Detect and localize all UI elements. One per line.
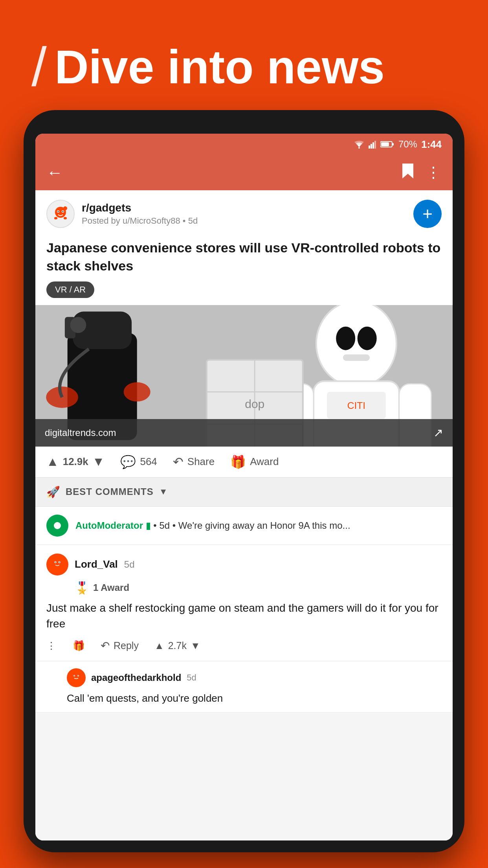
header-tagline: Dive into news: [55, 43, 385, 90]
comment-lord-val: Lord_Val 5d 🎖️ 1 Award Just make a shelf…: [35, 545, 453, 661]
wifi-icon: [354, 140, 365, 149]
automod-name: AutoModerator: [75, 520, 143, 531]
image-source: digitaltrends.com: [45, 427, 116, 438]
comment-gift-icon: 🎁: [73, 640, 85, 651]
post-tag-pill[interactable]: VR / AR: [46, 281, 94, 298]
bookmark-button[interactable]: [401, 163, 415, 183]
rocket-icon: 🚀: [46, 485, 60, 498]
svg-point-21: [70, 317, 86, 333]
comment-icon: 💬: [120, 454, 136, 469]
award-button[interactable]: 🎁 Award: [230, 454, 279, 469]
svg-point-24: [316, 305, 396, 386]
upvote-icon[interactable]: ▲: [46, 454, 59, 469]
svg-point-13: [62, 211, 64, 212]
reply-avatar: [67, 668, 86, 687]
automod-avatar-dot: [54, 522, 61, 529]
scroll-content[interactable]: r/gadgets Posted by u/MicroSofty88 • 5d …: [35, 190, 453, 840]
reply-user-row: apageofthedarkhold 5d: [67, 668, 442, 687]
sort-label: BEST COMMENTS: [66, 486, 154, 497]
automod-avatar: [46, 515, 68, 537]
upvote-section[interactable]: ▲ 12.9k ▼: [46, 454, 105, 469]
automod-separator2: •: [172, 520, 178, 531]
signal-icon: [369, 140, 376, 149]
reply-snoo: [70, 672, 82, 684]
svg-rect-7: [381, 142, 389, 146]
post-header: r/gadgets Posted by u/MicroSofty88 • 5d …: [35, 190, 453, 235]
automod-preview: We're giving away an Honor 9A this mo...: [178, 520, 350, 531]
comment-vote-section[interactable]: ▲ 2.7k ▼: [154, 640, 200, 651]
share-icon: ↶: [173, 454, 183, 469]
image-footer: digitaltrends.com ↗: [35, 419, 453, 447]
automod-comment-text: AutoModerator ▮ • 5d • We're giving away…: [75, 520, 442, 531]
svg-point-12: [58, 211, 59, 212]
svg-point-14: [63, 206, 67, 210]
svg-text:dop: dop: [245, 397, 264, 410]
downvote-icon[interactable]: ▼: [92, 454, 105, 469]
award-icon: 🎁: [230, 454, 246, 469]
reply-label: Reply: [114, 640, 139, 651]
svg-point-22: [46, 386, 78, 408]
battery-icon: [380, 141, 394, 148]
svg-rect-2: [371, 144, 372, 149]
comment-count: 564: [140, 456, 157, 468]
reply-time: 5d: [187, 673, 196, 683]
reply-button[interactable]: ↶ Reply: [101, 639, 139, 652]
svg-point-51: [78, 675, 79, 676]
svg-rect-15: [54, 217, 57, 219]
svg-rect-16: [64, 217, 67, 219]
more-options-button[interactable]: ⋮: [426, 164, 442, 181]
comment-vote-count: 2.7k: [168, 640, 187, 651]
automod-comment[interactable]: AutoModerator ▮ • 5d • We're giving away…: [35, 507, 453, 545]
subreddit-name[interactable]: r/gadgets: [82, 202, 198, 214]
subscribe-button[interactable]: +: [413, 200, 442, 228]
battery-percent: 70%: [398, 139, 417, 150]
posted-by: Posted by u/MicroSofty88 • 5d: [82, 216, 198, 226]
comment-upvote-icon[interactable]: ▲: [154, 640, 164, 651]
share-label: Share: [187, 456, 215, 468]
svg-point-45: [59, 562, 60, 563]
svg-point-50: [74, 675, 75, 676]
post-image[interactable]: CITI d: [35, 305, 453, 447]
reply-icon: ↶: [101, 639, 110, 652]
svg-point-25: [336, 327, 355, 350]
app-bar: ← ⋮: [35, 155, 453, 190]
vote-count: 12.9k: [63, 456, 88, 468]
svg-point-46: [59, 558, 62, 561]
svg-rect-6: [392, 143, 394, 145]
comments-sort-header[interactable]: 🚀 BEST COMMENTS ▼: [35, 477, 453, 507]
comment-downvote-icon[interactable]: ▼: [191, 640, 200, 651]
svg-rect-27: [343, 354, 370, 360]
comment-user-row: Lord_Val 5d: [46, 554, 442, 576]
sort-dropdown-icon[interactable]: ▼: [159, 487, 168, 497]
comment-gift-button[interactable]: 🎁: [73, 640, 85, 651]
award-emoji: 🎖️: [75, 581, 89, 595]
reply-comment: apageofthedarkhold 5d Call 'em quests, a…: [35, 661, 453, 713]
award-text: 1 Award: [93, 582, 129, 593]
svg-rect-1: [369, 145, 370, 149]
comments-section[interactable]: 💬 564: [120, 454, 157, 469]
automod-time: 5d: [159, 520, 170, 531]
comment-more-button[interactable]: ⋮: [46, 640, 57, 651]
svg-rect-3: [372, 142, 374, 149]
svg-point-52: [78, 672, 81, 675]
comment-award-badge: 🎖️ 1 Award: [75, 581, 442, 595]
svg-point-26: [358, 327, 377, 350]
external-link-icon[interactable]: ↗: [433, 426, 443, 440]
reply-text: Call 'em quests, and you're golden: [67, 691, 442, 705]
back-button[interactable]: ←: [46, 163, 63, 182]
award-label: Award: [250, 456, 279, 468]
post-info: r/gadgets Posted by u/MicroSofty88 • 5d: [82, 202, 198, 226]
lord-val-time: 5d: [124, 559, 135, 570]
svg-point-23: [124, 382, 150, 401]
lord-val-snoo: [50, 557, 64, 572]
comment-more-icon: ⋮: [46, 640, 57, 651]
share-button[interactable]: ↶ Share: [173, 454, 215, 469]
comment-body: Just make a shelf restocking game on ste…: [46, 600, 442, 632]
svg-point-0: [358, 147, 360, 149]
post-tag-container: VR / AR: [35, 281, 453, 305]
comment-action-bar: ⋮ 🎁 ↶ Reply ▲ 2.7k ▼: [46, 639, 442, 652]
svg-rect-4: [374, 141, 376, 149]
slash-icon: /: [31, 39, 47, 94]
mod-shield: ▮: [146, 520, 151, 531]
svg-text:CITI: CITI: [347, 400, 365, 411]
